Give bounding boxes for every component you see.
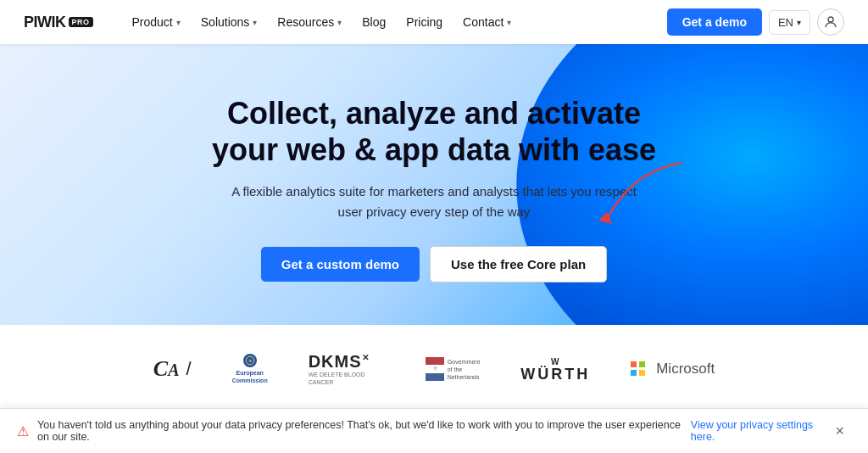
logo-dkms: DKMS✕ WE DELETE BLOOD CANCER	[309, 352, 385, 386]
logo[interactable]: PIWIK PRO	[24, 14, 93, 31]
chevron-down-icon: ▾	[176, 18, 181, 27]
svg-text:★: ★	[248, 360, 253, 364]
cookie-close-button[interactable]: ×	[828, 422, 851, 440]
svg-point-0	[828, 17, 833, 22]
chevron-down-icon: ▾	[507, 18, 511, 27]
logo-government-netherlands: ⚜ Governmentof theNetherlands	[426, 357, 481, 381]
logos-section: CA / ★ EuropeanCommission DKMS✕ WE DELET…	[0, 325, 868, 413]
custom-demo-button[interactable]: Get a custom demo	[261, 247, 420, 282]
hero-buttons: Get a custom demo Use the free Core plan	[17, 246, 851, 282]
cookie-text: You haven't told us anything about your …	[37, 419, 682, 443]
language-selector[interactable]: EN ▾	[769, 10, 810, 35]
svg-text:⚜: ⚜	[431, 365, 437, 372]
nav-links: Product▾Solutions▾Resources▾BlogPricingC…	[124, 10, 667, 34]
logo-wurth: W WÜRTH	[520, 357, 590, 382]
arrow-annotation	[563, 154, 698, 243]
nav-item-solutions[interactable]: Solutions▾	[192, 10, 266, 34]
hero-section: Collect, analyze and activate your web &…	[0, 44, 868, 325]
nav-item-pricing[interactable]: Pricing	[398, 10, 451, 34]
logo-pro-badge: PRO	[69, 17, 93, 27]
nav-item-blog[interactable]: Blog	[353, 10, 394, 34]
hero-content: Collect, analyze and activate your web &…	[17, 95, 851, 282]
chevron-down-icon: ▾	[337, 18, 342, 27]
ca-logo-text: CA	[153, 356, 180, 382]
warning-icon: ⚠	[17, 423, 29, 439]
logo-credit-agricole: CA /	[153, 356, 192, 382]
core-plan-button[interactable]: Use the free Core plan	[430, 246, 607, 282]
svg-rect-4	[426, 357, 444, 365]
navbar: PIWIK PRO Product▾Solutions▾Resources▾Bl…	[0, 0, 868, 44]
lang-label: EN	[778, 16, 793, 29]
nav-right: Get a demo EN ▾	[667, 8, 844, 36]
user-account-icon[interactable]	[817, 8, 844, 36]
get-demo-button[interactable]: Get a demo	[667, 8, 762, 36]
cookie-banner: ⚠ You haven't told us anything about you…	[0, 408, 868, 453]
nav-item-contact[interactable]: Contact▾	[454, 10, 520, 34]
nav-item-product[interactable]: Product▾	[124, 10, 189, 34]
svg-rect-6	[426, 373, 444, 381]
logo-microsoft: Microsoft	[631, 361, 715, 378]
chevron-down-icon: ▾	[797, 18, 801, 27]
chevron-down-icon: ▾	[253, 18, 257, 27]
cookie-privacy-link[interactable]: View your privacy settings here.	[691, 419, 829, 443]
cookie-message: ⚠ You haven't told us anything about you…	[17, 419, 828, 443]
logo-text: PIWIK	[24, 14, 66, 31]
logo-european-commission: ★ EuropeanCommission	[232, 354, 268, 384]
nav-item-resources[interactable]: Resources▾	[269, 10, 350, 34]
